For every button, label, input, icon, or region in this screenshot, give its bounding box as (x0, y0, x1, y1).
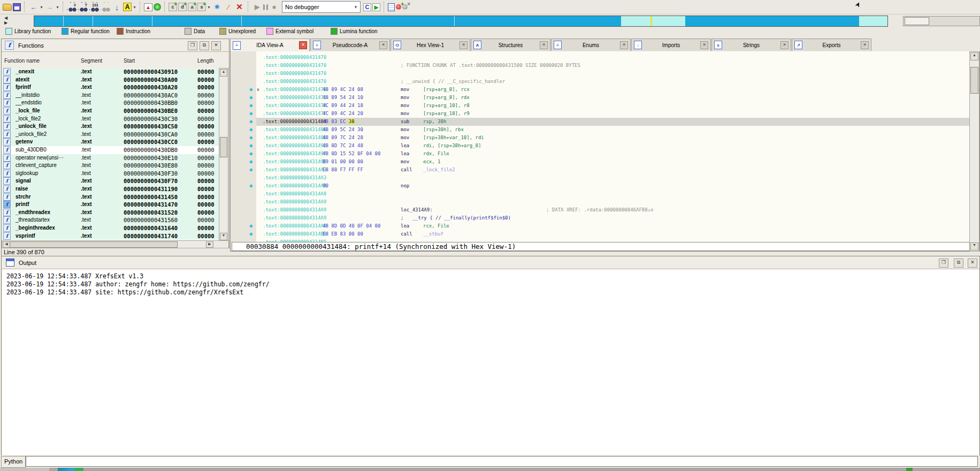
tab-close-icon[interactable]: ✕ (780, 41, 788, 49)
attach-process-icon[interactable]: C (363, 3, 371, 11)
disasm-line[interactable]: .text:000000000043147A4C 89 44 24 18mov[… (256, 102, 971, 110)
function-name[interactable]: _threadstartex (16, 217, 50, 223)
functions-list[interactable]: f_onexit.text000000000043091000000fatexi… (2, 68, 219, 240)
navband-scrollbar-thumb[interactable] (905, 17, 929, 25)
navigation-band[interactable] (34, 16, 888, 27)
function-row[interactable]: fsignal.text0000000000430F7000000 (2, 177, 219, 185)
function-name[interactable]: operator new(unsi··· (16, 155, 64, 161)
disasm-line[interactable]: .text:00000000004314A9 (256, 198, 971, 206)
functions-vscrollbar[interactable]: ▲ ▼ (219, 68, 228, 241)
function-row[interactable]: foperator new(unsi···.text0000000000430E… (2, 154, 219, 162)
functions-close-button[interactable]: ✕ (211, 41, 221, 50)
scroll-up-icon[interactable]: ▲ (220, 69, 227, 77)
function-name[interactable]: strchr (16, 194, 30, 200)
lumina-sphere-icon[interactable] (154, 3, 161, 11)
save-icon[interactable] (13, 3, 21, 11)
python-input[interactable] (26, 456, 978, 467)
tab-strings[interactable]: sStrings✕ (711, 39, 791, 51)
functions-column-headers[interactable]: Function name Segment Start Length (2, 52, 229, 69)
disasm-line[interactable]: .text:00000000004314A8 (256, 190, 971, 198)
disasm-line[interactable]: .text:000000000043147548 89 54 24 10mov[… (256, 94, 971, 102)
scroll-left-icon[interactable]: ◀ (3, 241, 10, 248)
function-name[interactable]: _endthreadex (16, 209, 50, 215)
function-row[interactable]: f_lock_file.text0000000000430BE000000 (2, 107, 219, 115)
navband-right-arrow-icon[interactable]: ▶ (4, 21, 7, 25)
run-to-cursor-icon[interactable]: ▶ (372, 3, 380, 11)
function-name[interactable]: vsprintf (16, 233, 35, 239)
tab-close-icon[interactable]: ✕ (460, 41, 468, 49)
function-name[interactable]: siglookup (16, 170, 38, 176)
back-icon-dropdown[interactable]: ▾ (39, 5, 44, 10)
forward-icon[interactable]: → (44, 2, 55, 12)
function-row[interactable]: fatexit.text0000000000430A0000000 (2, 76, 219, 84)
disasm-line[interactable]: .text:000000000043148D48 89 7C 24 28mov[… (256, 134, 971, 142)
colors-icon[interactable]: A (123, 3, 132, 11)
scroll-down-icon[interactable]: ▼ (220, 233, 227, 240)
function-name[interactable]: atexit (16, 77, 29, 82)
function-name[interactable]: _unlock_file (16, 123, 47, 129)
scroll-right-icon[interactable]: ▶ (206, 241, 213, 248)
column-header-name[interactable]: Function name (4, 58, 40, 64)
function-row[interactable]: f_threadstartex.text00000000004315600000… (2, 216, 219, 224)
disasm-line[interactable]: .text:000000000043149248 8D 7C 24 48lear… (256, 142, 971, 150)
output-log[interactable]: 2023-06-19 12:54:33.487 XrefsExt v1.3202… (2, 269, 979, 455)
add-breakpoint-icon[interactable]: + (396, 4, 401, 10)
function-name[interactable]: _onexit (16, 69, 34, 74)
tab-imports[interactable]: ↓Imports✕ (631, 39, 711, 51)
disasm-line-current[interactable]: .text:000000000043148448 83 EC 38subrsp,… (256, 118, 971, 126)
tab-close-icon[interactable]: ✕ (620, 41, 628, 49)
tab-structures[interactable]: AStructures✕ (471, 39, 550, 51)
debugger-combo[interactable]: No debugger▾ (282, 1, 361, 13)
function-name[interactable]: _unlock_file2 (16, 131, 47, 137)
navband-left-arrow-icon[interactable]: ◀ (4, 16, 7, 20)
function-row[interactable]: f_endthreadex.text000000000043152000000 (2, 209, 219, 217)
tab-ida-view-a[interactable]: ≡IDA View-A✕ (230, 39, 310, 51)
tab-close-icon[interactable]: ✕ (540, 41, 548, 49)
function-row[interactable]: fsiglookup.text0000000000430F3000000 (2, 170, 219, 178)
function-row[interactable]: fstrchr.text000000000043145000000 (2, 193, 219, 201)
back-icon[interactable]: ← (28, 2, 39, 12)
undefine-icon[interactable]: ✕ (234, 2, 244, 12)
disasm-line[interactable]: .text:00000000004314B0E8 EB 83 00 00call… (256, 230, 971, 238)
debug-stop-icon[interactable]: ■ (269, 2, 279, 12)
function-name[interactable]: _lock_file2 (16, 116, 41, 121)
make-code-icon[interactable]: c+ (169, 3, 177, 11)
scroll-down-icon[interactable]: ▼ (970, 242, 978, 250)
disasm-line[interactable]: .text:000000000043149748 8D 15 52 0F 04 … (256, 150, 971, 158)
function-row[interactable]: f__initstdio.text0000000000430AC000000 (2, 92, 219, 100)
output-float-button[interactable]: ⧉ (954, 259, 963, 268)
function-row[interactable]: f__endstdio.text0000000000430BB000000 (2, 99, 219, 107)
tab-close-icon[interactable]: ✕ (700, 41, 708, 49)
functions-panel-titlebar[interactable]: f Functions ❐ ⧉ ✕ (2, 39, 229, 52)
image-red-icon[interactable]: ▲ (144, 3, 152, 11)
function-name[interactable]: __initstdio (16, 92, 40, 98)
function-name[interactable]: printf (16, 201, 29, 207)
function-row[interactable]: fraise.text000000000043119000000 (2, 185, 219, 193)
disasm-line[interactable]: .text:0000000000431470; FUNCTION CHUNK A… (256, 62, 971, 70)
function-row[interactable]: ffprintf.text0000000000430A2000000 (2, 83, 219, 92)
make-string-icon[interactable]: a+ (188, 3, 196, 11)
functions-restore-button[interactable]: ❐ (188, 41, 197, 50)
debug-start-icon[interactable]: ▶ (252, 2, 262, 12)
make-array-icon-dropdown[interactable]: ▾ (206, 5, 211, 10)
function-name[interactable]: __endstdio (16, 100, 42, 105)
function-row[interactable]: fsub_430DB0.text0000000000430DB000000 (2, 146, 219, 154)
function-name[interactable]: fprintf (16, 84, 31, 90)
disasm-line[interactable]: .text:00000000004314A3E8 88 F7 FF FFcall… (256, 166, 971, 174)
disasm-line[interactable]: .text:000000000043147F4C 89 4C 24 20mov[… (256, 110, 971, 118)
functions-vscroll-thumb[interactable] (220, 137, 227, 157)
function-name[interactable]: raise (16, 186, 28, 192)
function-name[interactable]: _lock_file (16, 108, 40, 113)
make-data-icon[interactable]: d+ (178, 3, 187, 11)
make-array-icon[interactable]: s+ (197, 3, 206, 11)
disasm-line[interactable]: .text:00000000004314A9; __try { // __fin… (256, 214, 971, 222)
disasm-line[interactable]: .text:0000000000431470; __unwind { // __… (256, 78, 971, 86)
column-header-start[interactable]: Start (124, 58, 135, 64)
disasm-line[interactable]: ∨.text:000000000043147048 89 4C 24 08mov… (256, 86, 971, 94)
disasm-line[interactable]: .text:0000000000431470 (256, 54, 971, 62)
disassembly-view[interactable]: .text:0000000000431470.text:000000000043… (256, 51, 971, 242)
tab-hex-view-1[interactable]: OHex View-1✕ (391, 39, 470, 51)
jump-icon[interactable]: ↓ (112, 2, 122, 12)
function-row[interactable]: f_unlock_file.text0000000000430C5000000 (2, 123, 219, 131)
open-file-icon[interactable] (3, 4, 12, 11)
